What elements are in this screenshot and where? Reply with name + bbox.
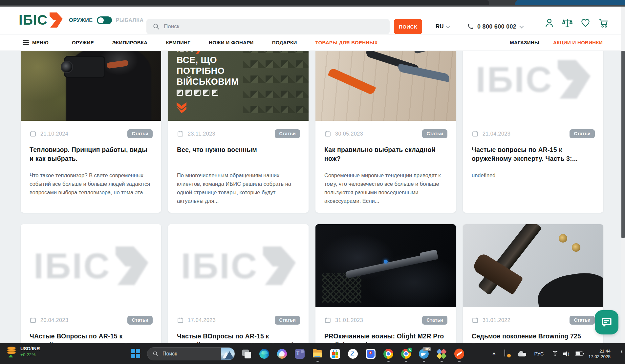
article-tag-badge[interactable]: Статьи <box>422 129 447 138</box>
article-date: 21.04.2023 <box>483 131 510 137</box>
toggle-fishing-label[interactable]: РЫБАЛКА <box>116 17 144 23</box>
pen-app-icon[interactable] <box>454 349 464 359</box>
language-selector[interactable]: RU <box>436 19 449 34</box>
microsoft-store-icon[interactable] <box>330 349 340 359</box>
battery-icon[interactable] <box>575 352 583 356</box>
article-image-knives[interactable] <box>315 51 456 121</box>
article-card[interactable]: ІБІС❯ВСЕ, ЩОПОТРІБНОВІЙСЬКОВИМ23.11.2023… <box>168 51 309 213</box>
phone-selector[interactable]: 0 800 600 002 <box>467 19 523 34</box>
toggle-weapons-label[interactable]: ОРУЖИЕ <box>69 17 93 23</box>
cart-icon[interactable] <box>598 17 609 28</box>
nav-right-item-1[interactable]: АКЦИИ И НОВИНКИ <box>553 40 603 45</box>
chrome-icon[interactable] <box>383 349 393 359</box>
article-title[interactable]: Тепловизор. Принцип работы, виды и как в… <box>30 145 153 163</box>
articles-section: 21.10.2024СтатьиТепловизор. Принцип рабо… <box>0 51 625 343</box>
article-image-banner[interactable]: ІБІС❯ВСЕ, ЩОПОТРІБНОВІЙСЬКОВИМ <box>168 51 309 121</box>
nav-item-0[interactable]: ОРУЖИЕ <box>72 40 94 45</box>
article-date: 31.01.2022 <box>483 317 510 323</box>
browser-tab-strip <box>0 0 625 7</box>
article-tag-badge[interactable]: Статьи <box>570 129 595 138</box>
onedrive-icon[interactable] <box>518 351 527 357</box>
taskbar-app-icons: S 105 <box>242 343 464 364</box>
article-title[interactable]: Частые ВОпросы по AR-15 к оружейному экс… <box>177 332 300 343</box>
compare-scales-icon[interactable] <box>562 17 573 28</box>
article-image-placeholder[interactable]: ІБІС <box>21 224 161 307</box>
copilot-icon[interactable] <box>277 349 287 359</box>
search-input[interactable]: Поиск <box>146 19 390 34</box>
scrollbar-thumb[interactable] <box>621 51 625 238</box>
keyboard-language[interactable]: РУС <box>534 351 544 356</box>
notification-bell-icon[interactable]: z <box>615 350 622 357</box>
tray-expand-chevron[interactable]: ^ <box>493 352 496 357</box>
start-button[interactable] <box>131 349 141 359</box>
telegram-icon[interactable]: 105 <box>419 349 429 359</box>
article-tag-badge[interactable]: Статьи <box>127 316 153 325</box>
article-image-placeholder[interactable]: ІБІС <box>168 224 309 307</box>
banner-text: ВСЕ, ЩОПОТРІБНОВІЙСЬКОВИМ <box>177 55 239 87</box>
article-card[interactable]: ІБІС21.04.2023СтатьиЧастые вопросы по AR… <box>463 51 603 213</box>
maps-pin-app-icon[interactable] <box>366 349 376 359</box>
nav-item-4[interactable]: ПОДАРКИ <box>272 40 297 45</box>
menu-button[interactable]: МЕНЮ <box>23 40 49 45</box>
nav-item-5[interactable]: ТОВАРЫ ДЛЯ ВОЕННЫХ <box>315 40 377 45</box>
article-card[interactable]: 30.05.2023СтатьиКак правильно выбрать ск… <box>315 51 456 213</box>
calendar-icon <box>324 317 331 324</box>
account-icon[interactable] <box>544 17 555 28</box>
article-title[interactable]: Все, что нужно военным <box>177 145 300 163</box>
nav-right-item-0[interactable]: МАГАЗИНЫ <box>510 40 539 45</box>
article-tag-badge[interactable]: Статьи <box>127 129 153 138</box>
weather-finance-widget[interactable]: USD/INR +0.22% <box>7 346 40 357</box>
nav-item-3[interactable]: НОЖИ И ФОНАРИ <box>209 40 254 45</box>
article-card[interactable]: ІБІС20.04.2023СтатьиЧАстые ВОпросы по AR… <box>21 224 161 343</box>
edge-browser-icon[interactable] <box>259 349 269 359</box>
sync-status-icon[interactable] <box>504 350 511 357</box>
article-title[interactable]: Как правильно выбрать складной нож? <box>324 145 447 163</box>
article-card[interactable]: 31.01.2022СтатьиСедьмое поколение Browni… <box>463 224 603 343</box>
category-toggle-switch[interactable] <box>97 16 112 24</box>
article-image-thermal[interactable] <box>21 51 161 121</box>
browser-tab-dark[interactable] <box>0 0 489 5</box>
tray-time: 21:44 <box>599 349 611 353</box>
chrome-profile-icon[interactable]: S <box>401 349 411 359</box>
article-title[interactable]: Частые вопросы по AR-15 к оружейному экс… <box>472 145 595 163</box>
article-image-shotgun[interactable] <box>463 224 603 307</box>
zona-app-icon[interactable] <box>348 349 358 359</box>
logo-arrow-icon <box>50 12 63 28</box>
article-title[interactable]: ЧАстые ВОпросы по AR-15 к оружейному экс… <box>30 332 153 343</box>
article-excerpt: По многочисленным обращениям наших клиен… <box>177 171 300 205</box>
browser-tab-blue[interactable] <box>515 0 625 5</box>
file-explorer-icon[interactable] <box>312 349 322 359</box>
article-tag-badge[interactable]: Статьи <box>275 129 300 138</box>
clock[interactable]: 21:44 17.02.2025 <box>588 349 611 359</box>
article-tag-badge[interactable]: Статьи <box>570 316 595 325</box>
article-card[interactable]: 21.10.2024СтатьиТепловизор. Принцип рабо… <box>21 51 161 213</box>
chat-widget-button[interactable] <box>595 310 618 334</box>
article-date: 21.10.2024 <box>40 131 68 137</box>
article-title[interactable]: Седьмое поколение Browning 725 Promaster <box>472 332 595 343</box>
nav-item-1[interactable]: ЭКИПИРОВКА <box>112 40 147 45</box>
punto-switcher-icon[interactable] <box>437 349 446 359</box>
search-button[interactable]: ПОИСК <box>394 19 422 34</box>
taskbar-search[interactable]: Поиск <box>147 347 235 360</box>
nav-item-2[interactable]: КЕМПИНГ <box>166 40 190 45</box>
article-card[interactable]: ІБІС17.04.2023СтатьиЧастые ВОпросы по AR… <box>168 224 309 343</box>
tray-date: 17.02.2025 <box>588 354 611 359</box>
article-tag-badge[interactable]: Статьи <box>422 316 447 325</box>
logo-text: ІБІС <box>19 13 48 27</box>
wishlist-heart-icon[interactable] <box>580 17 591 28</box>
wifi-icon[interactable] <box>551 351 559 356</box>
article-image-flashlight[interactable] <box>315 224 456 307</box>
article-image-placeholder[interactable]: ІБІС <box>463 51 603 121</box>
article-body: 23.11.2023СтатьиВсе, что нужно военнымПо… <box>168 121 309 205</box>
article-date: 31.01.2023 <box>335 317 363 323</box>
task-view-icon[interactable] <box>242 349 251 359</box>
teams-icon[interactable] <box>295 349 305 359</box>
volume-icon[interactable]: ) <box>563 351 571 357</box>
browser-scrollbar[interactable] <box>621 7 625 343</box>
system-tray: ^ РУС ) 21:44 17.02.2025 z <box>493 343 625 364</box>
article-title[interactable]: PROкачанные воины: Olight M2R Pro и Olig… <box>324 332 447 343</box>
site-logo[interactable]: ІБІС <box>19 12 63 28</box>
article-card[interactable]: 31.01.2023СтатьиPROкачанные воины: Oligh… <box>315 224 456 343</box>
site-header: ІБІС ОРУЖИЕ РЫБАЛКА Поиск ПОИСК RU 0 800… <box>0 7 625 34</box>
article-tag-badge[interactable]: Статьи <box>275 316 300 325</box>
